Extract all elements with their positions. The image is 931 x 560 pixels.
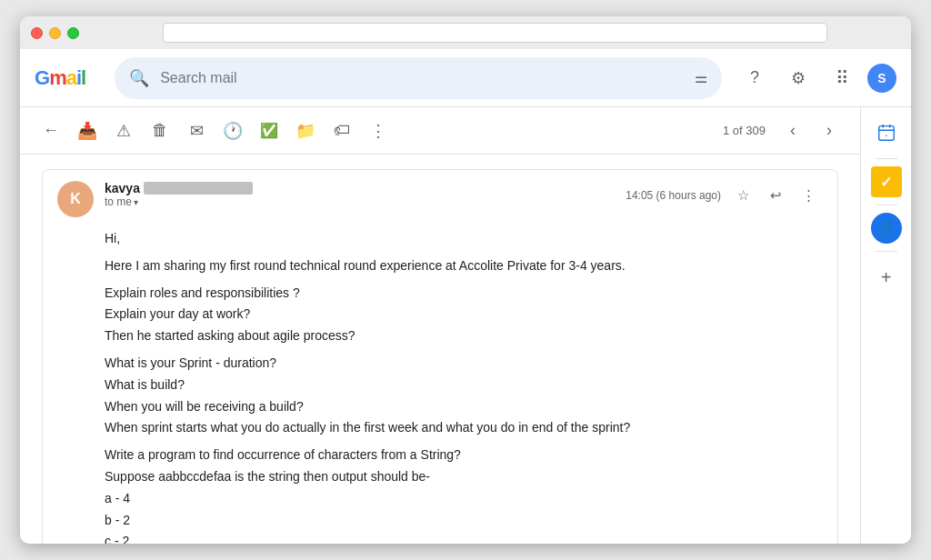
- help-icon: ?: [750, 68, 759, 87]
- label-button[interactable]: 🏷: [325, 115, 358, 147]
- email-body-line: When sprint starts what you do actually …: [105, 417, 823, 439]
- prev-email-button[interactable]: ‹: [776, 115, 809, 147]
- email-thread: K kavya to me ▾ 14:05: [20, 155, 860, 544]
- star-button[interactable]: ☆: [728, 181, 757, 210]
- google-calendar-button[interactable]: ▪: [868, 115, 905, 151]
- email-body-line: What is your Sprint - duration?: [105, 353, 823, 375]
- search-bar[interactable]: 🔍 ⚌: [115, 57, 722, 99]
- maximize-button[interactable]: [67, 27, 79, 39]
- more-button[interactable]: ⋮: [362, 115, 395, 147]
- sender-avatar: K: [57, 181, 94, 217]
- to-me-label[interactable]: to me ▾: [105, 195, 615, 208]
- email-header-row: K kavya to me ▾ 14:05: [43, 170, 837, 228]
- move-button[interactable]: 📁: [289, 115, 322, 147]
- email-action-icons: ☆ ↩ ⋮: [728, 181, 823, 210]
- gmail-logo: Gmail: [35, 66, 85, 90]
- more-email-button[interactable]: ⋮: [794, 181, 823, 210]
- email-body-line: Hi,: [105, 228, 823, 250]
- right-panel-divider-2: [876, 205, 897, 205]
- email-body-line: When you will be receiving a build?: [105, 396, 823, 418]
- settings-button[interactable]: ⚙: [780, 60, 816, 96]
- prev-icon: ‹: [790, 121, 796, 140]
- label-icon: 🏷: [334, 121, 350, 140]
- address-bar[interactable]: [163, 23, 827, 43]
- mark-read-button[interactable]: ✉: [180, 115, 213, 147]
- add-icon: +: [881, 267, 892, 288]
- search-filter-icon[interactable]: ⚌: [695, 69, 707, 86]
- main-layout: ← 📥 ⚠ 🗑 ✉ 🕐 ✅: [20, 107, 911, 544]
- sender-name: kavya: [105, 181, 140, 195]
- email-body-line: What is build?: [105, 375, 823, 396]
- google-contacts-button[interactable]: 👤: [871, 213, 902, 244]
- email-body-line: Suppose aabbccdefaa is the string then o…: [105, 466, 823, 488]
- mark-read-icon: ✉: [190, 121, 204, 141]
- email-body-line: Explain roles and responsibilities ?: [105, 283, 823, 305]
- traffic-lights: [31, 27, 79, 39]
- reply-button[interactable]: ↩: [761, 181, 790, 210]
- email-body-line: Here I am sharing my first round technic…: [105, 255, 823, 277]
- settings-icon: ⚙: [791, 68, 806, 88]
- reply-icon: ↩: [770, 187, 782, 204]
- header-actions: ? ⚙ ⠿ S: [736, 60, 896, 96]
- back-icon: ←: [43, 121, 59, 140]
- calendar-icon: ▪: [876, 123, 896, 143]
- apps-icon: ⠿: [836, 67, 849, 89]
- report-spam-button[interactable]: ⚠: [107, 115, 140, 147]
- more-email-icon: ⋮: [802, 187, 816, 204]
- more-icon: ⋮: [370, 121, 386, 141]
- search-icon: 🔍: [129, 68, 149, 88]
- google-tasks-button[interactable]: ✓: [871, 166, 902, 197]
- email-body-line: b - 2: [105, 510, 823, 532]
- title-bar: [20, 16, 911, 49]
- task-icon: ✅: [260, 122, 278, 139]
- email-message: K kavya to me ▾ 14:05: [42, 169, 838, 544]
- archive-button[interactable]: 📥: [71, 115, 104, 147]
- next-email-button[interactable]: ›: [813, 115, 846, 147]
- archive-icon: 📥: [77, 121, 97, 141]
- sender-name-row: kavya: [105, 181, 615, 195]
- email-body-line: Write a program to find occurrence of ch…: [105, 445, 823, 466]
- email-body-line: a - 4: [105, 488, 823, 510]
- pagination-text: 1 of 309: [723, 124, 766, 137]
- right-panel: ▪ ✓ 👤 +: [860, 107, 911, 544]
- right-panel-divider-1: [876, 158, 897, 159]
- minimize-button[interactable]: [49, 27, 61, 39]
- snooze-button[interactable]: 🕐: [216, 115, 249, 147]
- back-button[interactable]: ←: [35, 115, 67, 147]
- add-app-button[interactable]: +: [868, 259, 905, 295]
- chevron-down-icon: ▾: [134, 197, 138, 207]
- delete-icon: 🗑: [152, 121, 168, 140]
- task-button[interactable]: ✅: [253, 115, 285, 147]
- email-body-line: c - 2: [105, 531, 823, 544]
- snooze-icon: 🕐: [223, 121, 243, 141]
- sender-info: kavya to me ▾: [105, 181, 615, 208]
- next-icon: ›: [826, 121, 832, 140]
- email-toolbar: ← 📥 ⚠ 🗑 ✉ 🕐 ✅: [20, 107, 860, 155]
- tasks-icon: ✓: [880, 174, 892, 191]
- gmail-header: Gmail 🔍 ⚌ ? ⚙ ⠿ S: [20, 49, 911, 107]
- gmail-window: Gmail 🔍 ⚌ ? ⚙ ⠿ S ←: [20, 16, 911, 544]
- apps-button[interactable]: ⠿: [824, 60, 860, 96]
- email-body-line: Explain your day at work?: [105, 304, 823, 325]
- right-panel-divider-3: [876, 251, 897, 252]
- star-icon: ☆: [737, 187, 749, 204]
- close-button[interactable]: [31, 27, 43, 39]
- delete-button[interactable]: 🗑: [144, 115, 176, 147]
- sender-email-redacted: [144, 182, 253, 195]
- content-area: ← 📥 ⚠ 🗑 ✉ 🕐 ✅: [20, 107, 860, 544]
- contacts-icon: 👤: [877, 220, 896, 237]
- email-timestamp: 14:05 (6 hours ago) ☆ ↩ ⋮: [626, 181, 823, 210]
- email-body-line: Then he started asking about agile proce…: [105, 325, 823, 347]
- email-body: Hi, Here I am sharing my first round tec…: [43, 228, 837, 544]
- search-input[interactable]: [160, 70, 684, 86]
- report-spam-icon: ⚠: [116, 121, 131, 141]
- svg-text:▪: ▪: [886, 133, 887, 138]
- avatar[interactable]: S: [867, 64, 896, 93]
- move-icon: 📁: [295, 121, 315, 141]
- help-button[interactable]: ?: [736, 60, 773, 96]
